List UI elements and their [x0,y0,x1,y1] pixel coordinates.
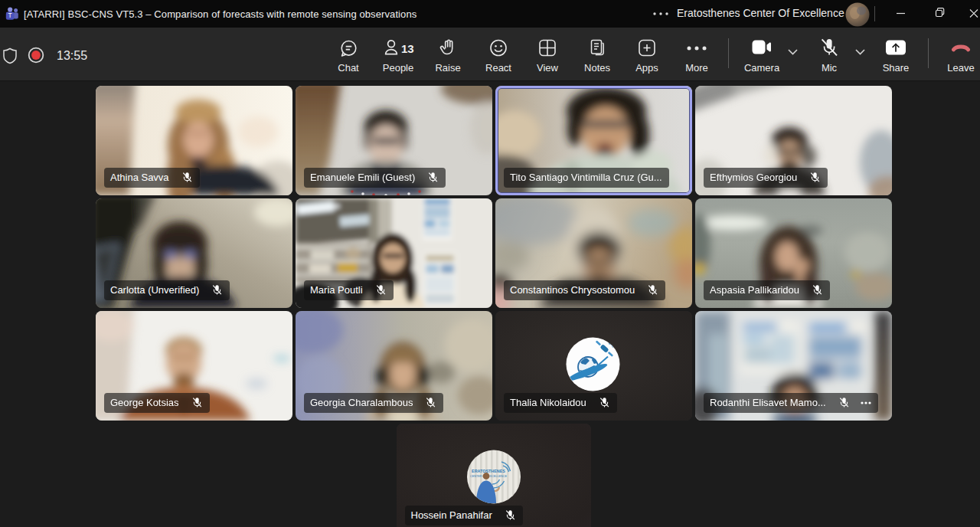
svg-text:ERATOSTHENES: ERATOSTHENES [472,469,505,473]
svg-text:T: T [8,11,11,19]
